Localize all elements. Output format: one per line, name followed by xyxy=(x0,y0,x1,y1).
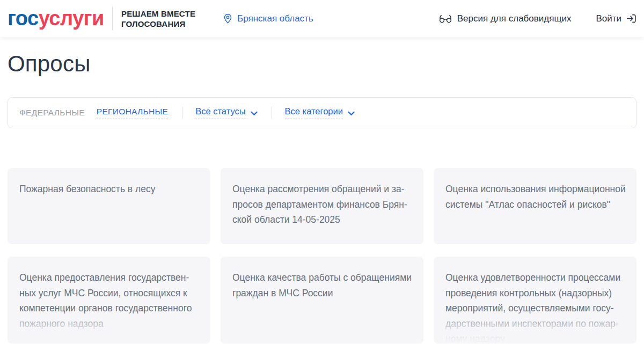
survey-card[interactable]: Оценка удовлетворенности процессами пров… xyxy=(434,257,636,344)
brand-title[interactable]: РЕШАЕМ ВМЕСТЕ ГОЛОСОВАНИЯ xyxy=(121,9,195,29)
logo-part-uslugi: услуги xyxy=(39,7,104,30)
survey-card-title: Оценка рассмотрения обращений и запросов… xyxy=(232,181,413,228)
accessibility-version-button[interactable]: Версия для слабовидящих xyxy=(439,13,572,24)
survey-card-title: Оценка качества работы с обращениями гра… xyxy=(232,270,413,301)
filter-bar: ФЕДЕРАЛЬНЫЕ РЕГИОНАЛЬНЫЕ Все статусы Все… xyxy=(8,97,636,128)
logo-part-gos: гос xyxy=(8,7,39,30)
brand-line2: ГОЛОСОВАНИЯ xyxy=(121,19,195,29)
login-arrow-icon xyxy=(626,13,636,24)
chevron-down-icon xyxy=(348,110,355,116)
login-button[interactable]: Войти xyxy=(596,13,636,24)
survey-card-title: Оценка предоставления государственных ус… xyxy=(19,270,200,331)
status-filter-dropdown[interactable]: Все статусы xyxy=(195,106,257,119)
survey-card[interactable]: Оценка использования информационной сист… xyxy=(434,168,636,244)
header-divider xyxy=(112,7,113,31)
region-label: Брянская область xyxy=(237,13,313,24)
survey-card-title: Оценка использования информационной сист… xyxy=(445,181,626,212)
glasses-icon xyxy=(439,14,452,23)
tab-regional[interactable]: РЕГИОНАЛЬНЫЕ xyxy=(97,107,168,119)
brand-line1: РЕШАЕМ ВМЕСТЕ xyxy=(121,9,195,19)
region-selector[interactable]: Брянская область xyxy=(223,13,313,24)
page-title: Опросы xyxy=(8,51,636,77)
accessibility-label: Версия для слабовидящих xyxy=(457,13,572,24)
survey-card[interactable]: Пожарная безопасность в лесу xyxy=(8,168,210,244)
survey-card[interactable]: Оценка предоставления государственных ус… xyxy=(8,257,210,344)
survey-card-title: Оценка удовлетворенности процессами пров… xyxy=(445,270,626,344)
header-right-zone: Версия для слабовидящих Войти xyxy=(439,13,636,24)
category-filter-label: Все категории xyxy=(285,106,343,119)
location-pin-icon xyxy=(223,13,232,24)
category-filter-dropdown[interactable]: Все категории xyxy=(285,106,355,119)
survey-card-title: Пожарная безопасность в лесу xyxy=(19,181,200,197)
status-filter-label: Все статусы xyxy=(195,106,245,119)
tab-federal[interactable]: ФЕДЕРАЛЬНЫЕ xyxy=(19,108,85,118)
top-header: госуслуги РЕШАЕМ ВМЕСТЕ ГОЛОСОВАНИЯ Брян… xyxy=(0,0,644,37)
filter-divider xyxy=(272,107,272,119)
chevron-down-icon xyxy=(251,110,258,116)
survey-card[interactable]: Оценка качества работы с обращениями гра… xyxy=(221,257,423,344)
gosuslugi-logo[interactable]: госуслуги xyxy=(8,7,104,30)
survey-cards-grid: Пожарная безопасность в лесу Оценка расс… xyxy=(8,168,636,344)
login-label: Войти xyxy=(596,13,621,24)
surveys-page: Опросы ФЕДЕРАЛЬНЫЕ РЕГИОНАЛЬНЫЕ Все стат… xyxy=(0,51,644,344)
survey-card[interactable]: Оценка рассмотрения обращений и запросов… xyxy=(221,168,423,244)
filter-divider xyxy=(182,107,182,119)
